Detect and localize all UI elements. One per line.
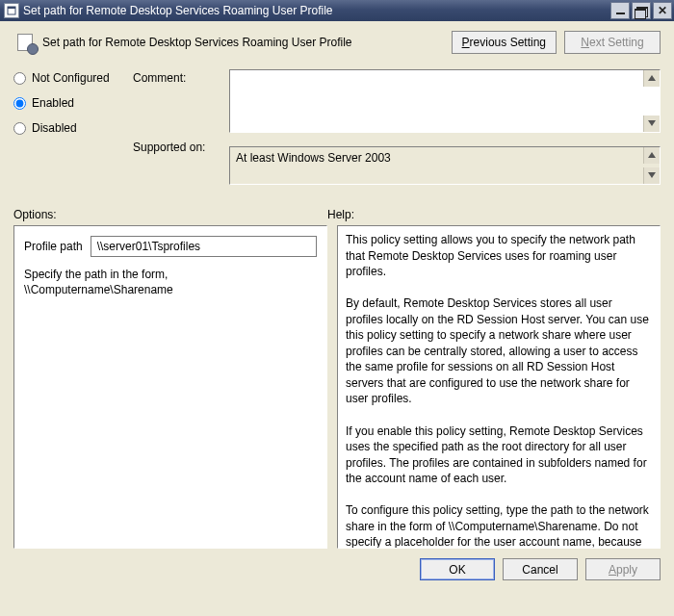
radio-not-configured[interactable] [13, 72, 26, 85]
restore-button[interactable] [632, 2, 651, 19]
profile-path-input[interactable] [91, 236, 317, 257]
radio-label: Not Configured [32, 71, 110, 85]
close-button[interactable]: ✕ [653, 2, 672, 19]
state-enabled[interactable]: Enabled [13, 96, 133, 110]
window-title: Set path for Remote Desktop Services Roa… [23, 4, 609, 17]
header-row: Set path for Remote Desktop Services Roa… [0, 21, 674, 69]
supported-on-label: Supported on: [133, 135, 229, 185]
policy-icon [13, 32, 37, 53]
client-area: Set path for Remote Desktop Services Roa… [0, 21, 674, 616]
minimize-button[interactable] [610, 2, 630, 19]
next-setting-button[interactable]: Next Setting [564, 31, 661, 54]
svg-rect-1 [8, 7, 15, 9]
title-bar: Set path for Remote Desktop Services Roa… [0, 0, 674, 21]
apply-button[interactable]: Apply [585, 558, 661, 580]
comment-input[interactable] [230, 70, 642, 132]
scroll-up-button[interactable] [643, 147, 660, 164]
state-not-configured[interactable]: Not Configured [13, 71, 133, 85]
supported-on-text: At least Windows Server 2003 [230, 147, 660, 168]
options-instruction: Specify the path in the form, \\Computer… [24, 267, 317, 297]
help-text: This policy setting allows you to specif… [346, 232, 652, 549]
radio-disabled[interactable] [13, 122, 26, 135]
dialog-button-bar: OK Cancel Apply [0, 549, 674, 580]
app-icon [4, 3, 19, 18]
ok-button[interactable]: OK [420, 558, 495, 580]
radio-label: Enabled [32, 96, 74, 110]
scroll-up-button[interactable] [643, 70, 660, 87]
help-label: Help: [327, 208, 354, 221]
comment-box [229, 69, 661, 133]
scroll-down-button[interactable] [643, 167, 660, 184]
instruction-line: Specify the path in the form, [24, 267, 317, 282]
state-radio-group: Not Configured Enabled Disabled [13, 69, 133, 135]
policy-title: Set path for Remote Desktop Services Roa… [42, 36, 444, 49]
scroll-down-button[interactable] [643, 116, 660, 132]
previous-setting-button[interactable]: Previous Setting [452, 31, 557, 54]
instruction-line: \\Computername\Sharename [24, 282, 317, 297]
supported-on-box: At least Windows Server 2003 [229, 146, 661, 185]
options-pane: Profile path Specify the path in the for… [13, 225, 327, 549]
cancel-button[interactable]: Cancel [503, 558, 578, 580]
options-label: Options: [13, 208, 327, 221]
radio-label: Disabled [32, 121, 77, 135]
help-pane: This policy setting allows you to specif… [337, 225, 661, 549]
state-disabled[interactable]: Disabled [13, 121, 133, 135]
comment-label: Comment: [133, 69, 229, 135]
profile-path-label: Profile path [24, 240, 83, 253]
radio-enabled[interactable] [13, 97, 26, 110]
